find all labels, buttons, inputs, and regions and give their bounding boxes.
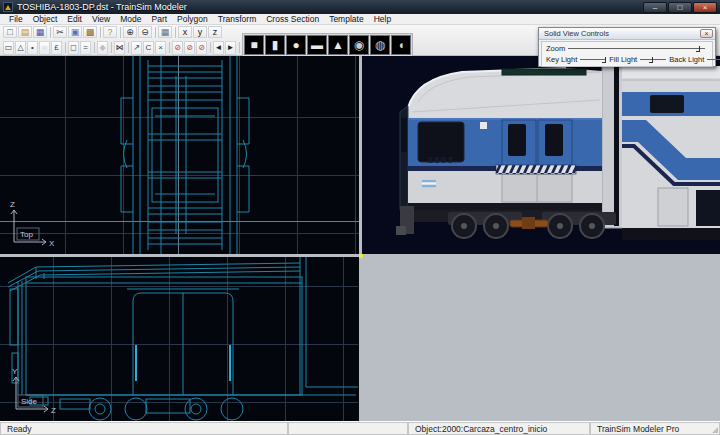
link-parts-button[interactable]: ⋈: [114, 41, 125, 55]
primitive-box-button[interactable]: ■: [244, 35, 264, 55]
menu-template[interactable]: Template: [324, 14, 369, 25]
axis-z-button[interactable]: z: [208, 26, 222, 38]
primitive-shape-palette: ■ ▮ ● ▬ ▲ ◉ ◍ ◖: [242, 33, 413, 57]
spline-icon: £: [54, 43, 58, 53]
copy-button[interactable]: ▣: [68, 26, 82, 38]
menu-mode[interactable]: Mode: [115, 14, 146, 25]
grid-button[interactable]: ▦: [158, 26, 172, 38]
primitive-cylinder-button[interactable]: ▮: [265, 35, 285, 55]
primitive-globe-button[interactable]: ◉: [349, 35, 369, 55]
key-light-slider[interactable]: [580, 56, 606, 63]
fill-light-slider[interactable]: [640, 56, 666, 63]
menu-help[interactable]: Help: [369, 14, 396, 25]
zoom-in-button[interactable]: ⊕: [123, 26, 137, 38]
viewport-top[interactable]: Z X Top: [0, 56, 359, 254]
svg-text:Z: Z: [10, 200, 15, 209]
circle-mode-button[interactable]: ○: [39, 41, 50, 55]
axis-x-button[interactable]: x: [178, 26, 192, 38]
open-button[interactable]: ▤: [18, 26, 32, 38]
menu-part[interactable]: Part: [146, 14, 172, 25]
spline-mode-button[interactable]: £: [51, 41, 62, 55]
back-light-slider[interactable]: [707, 56, 720, 63]
stamp-tool-button[interactable]: ◆: [97, 41, 108, 55]
back-light-label: Back Light: [669, 55, 704, 64]
polygon-mode-button[interactable]: △: [15, 41, 26, 55]
zoom-slider[interactable]: [568, 45, 705, 52]
svg-text:X: X: [49, 239, 55, 248]
menu-file[interactable]: File: [4, 14, 28, 25]
train-number: 1803: [428, 155, 454, 165]
prev-button[interactable]: ◄: [213, 41, 224, 55]
prohibit-2-button[interactable]: ⊘: [184, 41, 195, 55]
rotate-tool-button[interactable]: C: [143, 41, 154, 55]
primitive-dome-button[interactable]: ◖: [391, 35, 411, 55]
prohibit-icon: ⊘: [186, 43, 193, 53]
arrow-left-icon: ◄: [215, 43, 223, 53]
menu-object[interactable]: Object: [28, 14, 63, 25]
globe-primitive-icon: ◉: [354, 39, 364, 51]
key-light-thumb[interactable]: [602, 57, 606, 63]
cancel-tool-button[interactable]: ×: [155, 41, 166, 55]
menu-edit[interactable]: Edit: [62, 14, 87, 25]
vertical-splitter[interactable]: [362, 254, 720, 257]
prohibit-icon: ⊘: [174, 43, 181, 53]
menu-view[interactable]: View: [87, 14, 115, 25]
resize-grip[interactable]: [712, 427, 718, 433]
next-button[interactable]: ►: [225, 41, 236, 55]
status-empty: [288, 422, 408, 435]
marquee-icon: ◻: [70, 43, 77, 53]
toolbar-separator: [155, 27, 156, 38]
palette-close-button[interactable]: ×: [700, 29, 713, 38]
menu-polygon[interactable]: Polygon: [172, 14, 213, 25]
primitive-slab-button[interactable]: ▬: [307, 35, 327, 55]
arrow-right-icon: ►: [227, 43, 235, 53]
viewport-front[interactable]: Y X Front: [359, 254, 363, 258]
align-lines-button[interactable]: =: [80, 41, 91, 55]
x-icon: ×: [158, 43, 163, 53]
primitive-globe2-button[interactable]: ◍: [370, 35, 390, 55]
axis-y-button[interactable]: y: [193, 26, 207, 38]
viewport-side[interactable]: Y Z Side: [0, 257, 359, 421]
help-button[interactable]: ?: [103, 26, 117, 38]
viewport-3d[interactable]: 1803: [362, 56, 720, 254]
minimize-button[interactable]: –: [643, 2, 667, 13]
status-ready: Ready: [0, 422, 288, 435]
new-button[interactable]: □: [3, 26, 17, 38]
zoom-out-button[interactable]: ⊖: [138, 26, 152, 38]
slab-primitive-icon: ▬: [311, 39, 323, 51]
cut-button[interactable]: ✂: [53, 26, 67, 38]
zoom-out-icon: ⊖: [141, 27, 149, 37]
toolbar-separator: [50, 27, 51, 38]
fill-light-thumb[interactable]: [649, 57, 653, 63]
pointer-tool-button[interactable]: ↗: [131, 41, 142, 55]
prohibit-3-button[interactable]: ⊘: [196, 41, 207, 55]
primitive-sphere-button[interactable]: ●: [286, 35, 306, 55]
marquee-select-button[interactable]: ◻: [68, 41, 79, 55]
menu-cross-section[interactable]: Cross Section: [261, 14, 324, 25]
menu-transform[interactable]: Transform: [213, 14, 261, 25]
toolbar-separator: [128, 42, 129, 53]
primitive-cone-button[interactable]: ▲: [328, 35, 348, 55]
menubar: File Object Edit View Mode Part Polygon …: [0, 14, 720, 25]
select-object-button[interactable]: ▭: [3, 41, 14, 55]
viewport-grid: Z X Top: [0, 56, 720, 421]
grid-lines: [361, 256, 363, 258]
palette-titlebar[interactable]: Solid View Controls ×: [539, 28, 715, 40]
status-app-name: TrainSim Modeler Pro: [590, 422, 720, 435]
joint-icon: ⋈: [116, 43, 124, 53]
prohibit-1-button[interactable]: ⊘: [172, 41, 183, 55]
maximize-button[interactable]: □: [668, 2, 692, 13]
key-light-label: Key Light: [546, 55, 577, 64]
paste-button[interactable]: ▩: [83, 26, 97, 38]
toolbar-separator: [175, 27, 176, 38]
save-button[interactable]: ▦: [33, 26, 47, 38]
arrow-icon: ↗: [133, 43, 140, 53]
point-mode-button[interactable]: •: [27, 41, 38, 55]
grid-icon: ▦: [161, 27, 170, 37]
trainsim-modeler-window: TOSHIBA-1803-DP.dst - TrainSim Modeler –…: [0, 0, 720, 435]
axis-z-icon: z: [213, 27, 218, 37]
close-button[interactable]: ×: [693, 2, 717, 13]
globe2-primitive-icon: ◍: [375, 39, 385, 51]
titlebar: TOSHIBA-1803-DP.dst - TrainSim Modeler –…: [0, 0, 720, 14]
zoom-slider-thumb[interactable]: [696, 46, 700, 52]
